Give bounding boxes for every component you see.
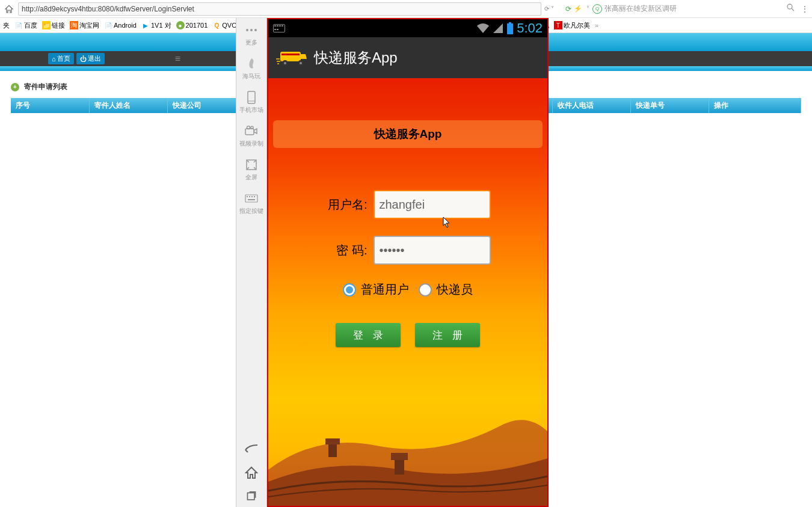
radio-courier[interactable]: 快递员 xyxy=(419,281,473,298)
menu-vertical-icon[interactable]: ⋮ xyxy=(801,4,809,14)
page-icon: 📄 xyxy=(104,21,112,29)
phone-market-icon xyxy=(244,90,259,105)
power-icon: ⏻ xyxy=(80,55,87,63)
username-label: 用户名: xyxy=(325,197,368,213)
radio-normal-user[interactable]: 普通用户 xyxy=(343,281,409,298)
svg-rect-26 xyxy=(328,443,337,457)
user-type-radio-group: 普通用户 快递员 xyxy=(343,281,473,298)
svg-rect-7 xyxy=(245,129,254,135)
dot-icon: ● xyxy=(176,21,185,29)
svg-rect-16 xyxy=(248,199,255,200)
more-dots-icon xyxy=(244,23,259,37)
nav-menu-icon[interactable]: ≡ xyxy=(175,54,180,64)
svg-rect-14 xyxy=(251,196,253,197)
app-header: 快递服务App xyxy=(268,37,547,78)
radio-icon xyxy=(419,283,432,297)
emu-record[interactable]: 视频录制 xyxy=(236,119,266,153)
emu-label: 海马玩 xyxy=(242,72,260,81)
android-status-bar: 5:02 xyxy=(268,19,547,37)
truck-icon xyxy=(275,47,308,69)
home-icon: ⌂ xyxy=(52,55,56,63)
button-row: 登 录 注 册 xyxy=(336,323,480,347)
fullscreen-icon xyxy=(244,158,259,172)
great-wall-decoration xyxy=(268,398,547,506)
seahorse-icon xyxy=(244,57,259,71)
android-recent-icon[interactable] xyxy=(243,489,260,505)
svg-rect-12 xyxy=(247,196,248,197)
bookmark-item[interactable]: 📄百度 xyxy=(14,21,37,30)
svg-point-8 xyxy=(247,126,250,129)
bookmark-more[interactable]: » xyxy=(595,22,598,29)
search-area: Q ⋮ xyxy=(592,2,809,16)
refresh-dropdown-icon[interactable]: ⟳ ˅ xyxy=(544,5,562,12)
table-header: 快递单号 xyxy=(630,98,709,113)
reload-green-icon[interactable]: ⟳ xyxy=(565,5,571,13)
svg-rect-18 xyxy=(509,22,511,23)
emu-label: 指定按键 xyxy=(239,207,263,215)
svg-rect-19 xyxy=(507,23,513,34)
bookmark-item[interactable]: T欧凡尔美 xyxy=(554,21,590,30)
bookmark-item[interactable]: 📄Android xyxy=(104,21,137,29)
status-time: 5:02 xyxy=(517,20,543,36)
svg-point-23 xyxy=(284,62,286,64)
emu-label: 手机市场 xyxy=(239,106,263,114)
emu-label: 视频录制 xyxy=(239,140,263,148)
svg-rect-5 xyxy=(248,91,255,103)
dropdown-icon[interactable]: ˅ xyxy=(586,5,589,12)
bolt-icon[interactable]: ⚡ xyxy=(574,5,582,13)
register-button[interactable]: 注 册 xyxy=(415,323,480,347)
emu-more[interactable]: 更多 xyxy=(236,18,266,52)
android-home-icon[interactable] xyxy=(243,465,260,481)
emu-fullscreen[interactable]: 全屏 xyxy=(236,153,266,186)
bookmark-item[interactable]: 📁链接 xyxy=(42,21,65,30)
svg-rect-27 xyxy=(325,438,340,444)
bookmark-item[interactable]: ▶1V1 对 xyxy=(141,21,171,30)
app-title: 快递服务App xyxy=(314,48,398,67)
svg-point-25 xyxy=(300,62,302,64)
app-banner: 快递服务App xyxy=(273,120,543,148)
radio-label: 快递员 xyxy=(437,281,473,298)
svg-rect-29 xyxy=(391,453,408,460)
svg-point-2 xyxy=(246,29,248,31)
svg-point-3 xyxy=(250,29,253,31)
emu-keys[interactable]: 指定按键 xyxy=(236,186,266,220)
svg-point-0 xyxy=(787,4,792,9)
radio-label: 普通用户 xyxy=(361,281,409,298)
page-icon: 📄 xyxy=(14,21,23,29)
android-back-icon[interactable] xyxy=(243,441,260,456)
add-icon[interactable]: + xyxy=(11,83,19,91)
search-engine-icon[interactable]: Q xyxy=(592,4,602,14)
svg-line-1 xyxy=(792,8,794,11)
svg-rect-21 xyxy=(281,54,300,55)
table-header: 收件人电话 xyxy=(552,98,630,113)
login-button[interactable]: 登 录 xyxy=(336,323,401,347)
table-header: 寄件人姓名 xyxy=(89,98,167,113)
address-bar[interactable]: http://a8d9ekcysv4htbu:8080/kdfwServer/L… xyxy=(18,2,541,16)
search-input[interactable] xyxy=(604,2,784,16)
play-icon: ▶ xyxy=(141,21,150,29)
app-body: 快递服务App 用户名: 密 码: 普通用户 快递员 xyxy=(268,78,547,506)
password-input[interactable] xyxy=(374,236,491,265)
emu-market[interactable]: 手机市场 xyxy=(236,85,266,119)
emu-haima[interactable]: 海马玩 xyxy=(236,52,266,85)
bookmark-item[interactable]: 夹 xyxy=(3,21,10,30)
t-icon: T xyxy=(554,21,562,29)
radio-icon xyxy=(343,283,356,297)
bookmark-item[interactable]: ●201701 xyxy=(176,21,208,29)
svg-rect-11 xyxy=(245,195,257,202)
nav-home-button[interactable]: ⌂首页 xyxy=(48,53,74,64)
signal-icon xyxy=(493,23,503,34)
home-icon[interactable] xyxy=(3,3,15,15)
table-header: 操作 xyxy=(709,98,801,113)
bookmark-item[interactable]: 淘淘宝网 xyxy=(70,21,99,30)
search-icon[interactable] xyxy=(786,3,798,15)
nav-exit-button[interactable]: ⏻退出 xyxy=(76,53,105,64)
emu-label: 全屏 xyxy=(245,173,257,182)
emulator-sidebar: 更多 海马玩 手机市场 视频录制 全屏 指定按键 xyxy=(236,18,267,507)
username-input[interactable] xyxy=(374,190,491,219)
qvod-icon: Q xyxy=(212,21,221,29)
svg-rect-20 xyxy=(280,52,301,61)
phone-screen: 5:02 快递服务App 快递服务App 用户名: 密 码: xyxy=(267,18,549,507)
keyboard-icon xyxy=(244,191,259,206)
password-row: 密 码: xyxy=(325,236,491,265)
